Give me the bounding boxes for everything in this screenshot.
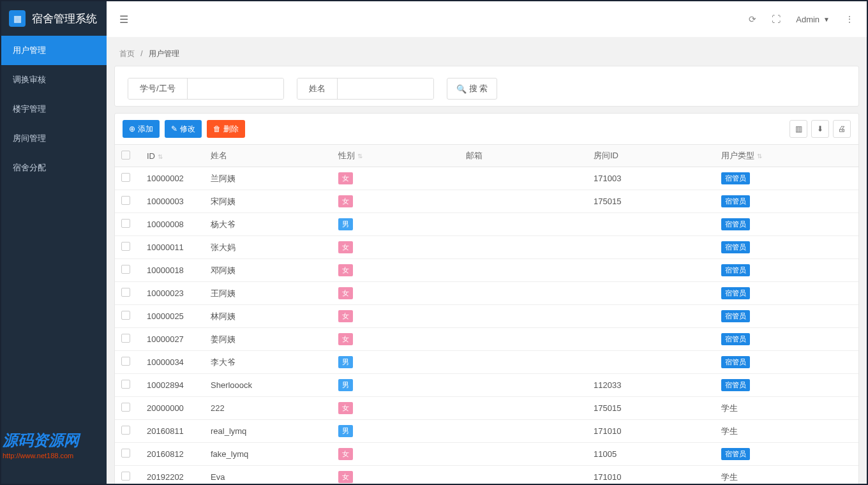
row-checkbox[interactable]: [121, 449, 130, 458]
cell-id: 20000000: [140, 397, 204, 420]
edit-label: 修改: [180, 124, 195, 135]
sidebar-item-4[interactable]: 宿舍分配: [1, 153, 107, 183]
gender-badge: 女: [338, 402, 353, 414]
sidebar-item-3[interactable]: 房间管理: [1, 124, 107, 153]
row-checkbox[interactable]: [121, 403, 130, 412]
table-row[interactable]: 20160811real_lymq男171010学生: [115, 420, 858, 443]
col-id[interactable]: ID: [147, 151, 155, 161]
cell-id: 10000025: [140, 305, 204, 328]
sort-icon[interactable]: ⇅: [757, 153, 762, 160]
collapse-icon[interactable]: ☰: [119, 14, 128, 25]
cell-name: 林阿姨: [204, 305, 332, 328]
cell-name: 王阿姨: [204, 282, 332, 305]
row-checkbox[interactable]: [121, 196, 130, 205]
user-name: Admin: [796, 15, 819, 24]
row-checkbox[interactable]: [121, 173, 130, 182]
sidebar-item-1[interactable]: 调换审核: [1, 65, 107, 94]
role-badge: 宿管员: [721, 218, 750, 230]
brand: ▦ 宿舍管理系统: [1, 1, 107, 36]
table-row[interactable]: 10000011张大妈女宿管员: [115, 236, 858, 259]
table-row[interactable]: 10000002兰阿姨女171003宿管员: [115, 167, 858, 190]
trash-icon: 🗑: [213, 124, 221, 133]
print-icon[interactable]: 🖨: [833, 120, 851, 138]
cell-email: [460, 190, 587, 213]
row-checkbox[interactable]: [121, 380, 130, 389]
gender-badge: 女: [338, 448, 353, 460]
cell-email: [460, 420, 587, 443]
export-icon[interactable]: ⬇: [811, 120, 829, 138]
gender-badge: 女: [338, 287, 353, 299]
row-checkbox[interactable]: [121, 334, 130, 343]
row-checkbox[interactable]: [121, 265, 130, 274]
search-id-label: 学号/工号: [128, 78, 188, 99]
role-text: 学生: [721, 403, 738, 413]
cell-id: 20192202: [140, 466, 204, 484]
cell-email: [460, 167, 587, 190]
add-label: 添加: [138, 124, 153, 135]
col-gender[interactable]: 性别: [338, 151, 355, 160]
role-badge: 宿管员: [721, 333, 750, 345]
columns-icon[interactable]: ▥: [789, 120, 807, 138]
cell-id: 10000011: [140, 236, 204, 259]
row-checkbox[interactable]: [121, 242, 130, 251]
row-checkbox[interactable]: [121, 472, 130, 481]
table-row[interactable]: 10000027姜阿姨女宿管员: [115, 328, 858, 351]
more-icon[interactable]: ⋮: [845, 14, 854, 24]
cell-room: 11005: [587, 443, 715, 466]
search-id-input[interactable]: [188, 78, 283, 99]
table-row[interactable]: 10000025林阿姨女宿管员: [115, 305, 858, 328]
fullscreen-icon[interactable]: ⛶: [772, 14, 781, 24]
table-row[interactable]: 20000000222女175015学生: [115, 397, 858, 420]
delete-button[interactable]: 🗑 删除: [207, 120, 245, 138]
cell-id: 10000008: [140, 213, 204, 236]
row-checkbox[interactable]: [121, 357, 130, 366]
table-row[interactable]: 10000003宋阿姨女175015宿管员: [115, 190, 858, 213]
row-checkbox[interactable]: [121, 426, 130, 435]
edit-button[interactable]: ✎ 修改: [165, 120, 202, 138]
table-row[interactable]: 10002894Sherlooock男112033宿管员: [115, 374, 858, 397]
cell-room: [587, 305, 715, 328]
cell-id: 20160811: [140, 420, 204, 443]
cell-room: 171010: [587, 466, 715, 484]
cell-room: [587, 213, 715, 236]
gender-badge: 女: [338, 264, 353, 276]
cell-email: [460, 374, 587, 397]
table-row[interactable]: 20160812fake_lymq女11005宿管员: [115, 443, 858, 466]
breadcrumb-home[interactable]: 首页: [119, 49, 135, 58]
select-all-checkbox[interactable]: [121, 151, 130, 160]
sort-icon[interactable]: ⇅: [357, 153, 363, 160]
row-checkbox[interactable]: [121, 219, 130, 228]
search-name-input[interactable]: [338, 78, 433, 99]
role-badge: 宿管员: [721, 379, 750, 391]
table-row[interactable]: 10000034李大爷男宿管员: [115, 351, 858, 374]
add-button[interactable]: ⊕ 添加: [123, 120, 160, 138]
plus-icon: ⊕: [129, 124, 135, 133]
cell-email: [460, 213, 587, 236]
cell-room: 171003: [587, 167, 715, 190]
row-checkbox[interactable]: [121, 311, 130, 320]
gender-badge: 女: [338, 195, 353, 207]
search-name-group: 姓名: [297, 78, 434, 100]
user-dropdown[interactable]: Admin ▼: [796, 15, 830, 24]
role-badge: 宿管员: [721, 356, 750, 368]
cell-id: 20160812: [140, 443, 204, 466]
cell-id: 10000023: [140, 282, 204, 305]
col-type[interactable]: 用户类型: [721, 151, 754, 160]
cell-name: Eva: [204, 466, 332, 484]
sidebar-item-2[interactable]: 楼宇管理: [1, 94, 107, 124]
role-text: 学生: [721, 472, 738, 482]
cell-name: real_lymq: [204, 420, 332, 443]
table-row[interactable]: 20192202Eva女171010学生: [115, 466, 858, 484]
cell-email: [460, 259, 587, 282]
row-checkbox[interactable]: [121, 288, 130, 297]
table-row[interactable]: 10000023王阿姨女宿管员: [115, 282, 858, 305]
table-row[interactable]: 10000018邓阿姨女宿管员: [115, 259, 858, 282]
gender-badge: 男: [338, 356, 353, 368]
table-row[interactable]: 10000008杨大爷男宿管员: [115, 213, 858, 236]
sort-icon[interactable]: ⇅: [158, 153, 163, 160]
refresh-icon[interactable]: ⟳: [749, 14, 756, 24]
sidebar-item-0[interactable]: 用户管理: [1, 36, 107, 65]
breadcrumb-sep: /: [140, 49, 142, 58]
search-button[interactable]: 🔍 搜 索: [447, 78, 498, 100]
chevron-down-icon: ▼: [823, 16, 830, 23]
